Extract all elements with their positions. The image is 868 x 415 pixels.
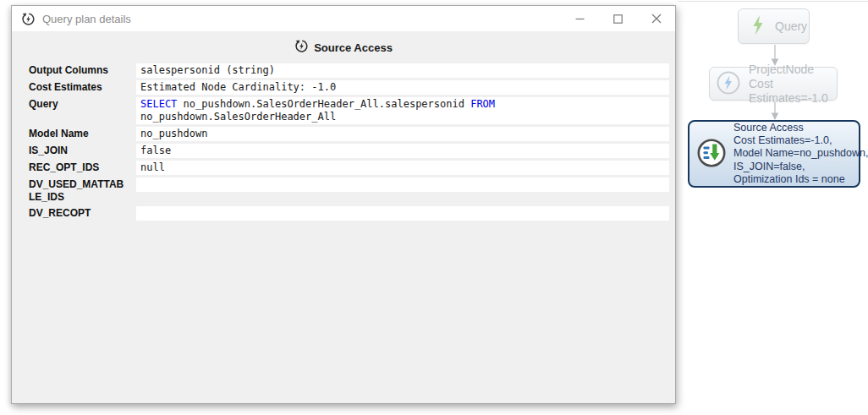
node-subtitle: Cost Estimates=-1.0: [749, 77, 837, 106]
sql-text: no_pushdown.SalesOrderHeader_All.salespe…: [184, 98, 464, 110]
query-plan-details-dialog: Query plan details: [11, 5, 676, 404]
property-label: Model Name: [18, 127, 136, 140]
sql-keyword: FROM: [470, 98, 495, 110]
node-detail: Optimization Ids = none: [733, 173, 868, 186]
property-value: false: [136, 144, 669, 158]
connector-arrow: [770, 101, 780, 121]
maximize-icon: [613, 14, 623, 24]
source-access-header: Source Access: [12, 38, 675, 57]
minimize-button[interactable]: [561, 6, 599, 31]
property-value: null: [136, 161, 669, 175]
close-button[interactable]: [637, 6, 675, 31]
diagram-node-query[interactable]: Query: [738, 8, 810, 44]
property-table: Output Columns salespersonid (string) Co…: [18, 63, 669, 221]
lightning-bolt-blue-circle-icon: [716, 70, 741, 98]
diagram-node-source-access[interactable]: Source Access Cost Estimates=-1.0, Model…: [688, 120, 860, 188]
property-label: DV_RECOPT: [18, 206, 136, 220]
property-value: [136, 177, 669, 192]
property-label: Output Columns: [18, 63, 136, 77]
close-icon: [651, 14, 662, 24]
property-row: Query SELECT no_pushdown.SalesOrderHeade…: [18, 97, 669, 124]
node-detail: Cost Estimates=-1.0,: [733, 134, 868, 147]
property-value: no_pushdown: [136, 127, 669, 141]
property-label: REC_OPT_IDS: [18, 161, 136, 174]
property-label: IS_JOIN: [18, 144, 136, 157]
query-plan-icon: [294, 39, 309, 57]
property-row: DV_USED_MATTABLE_IDS: [18, 177, 669, 204]
minimize-icon: [575, 14, 585, 24]
sql-text: no_pushdown.SalesOrderHeader_All: [140, 111, 665, 123]
diagram-node-projectnode[interactable]: ProjectNode Cost Estimates=-1.0: [709, 67, 838, 101]
property-label: DV_USED_MATTABLE_IDS: [18, 177, 136, 204]
property-row: IS_JOIN false: [18, 144, 669, 158]
property-row: DV_RECOPT: [18, 206, 669, 221]
property-value-sql: SELECT no_pushdown.SalesOrderHeader_All.…: [136, 97, 669, 124]
property-value: [136, 206, 669, 221]
panel-top-border: [678, 1, 868, 2]
header-title: Source Access: [314, 41, 393, 54]
property-row: Model Name no_pushdown: [18, 127, 669, 141]
node-title: ProjectNode: [749, 63, 837, 77]
maximize-button[interactable]: [599, 6, 637, 31]
lightning-bolt-green-icon: [749, 14, 767, 40]
table-download-circle-icon: [695, 137, 728, 172]
property-value: Estimated Node Cardinality: -1.0: [136, 80, 669, 95]
property-label: Query: [18, 97, 136, 111]
query-plan-icon: [21, 12, 36, 26]
node-title: Source Access: [733, 122, 868, 134]
property-label: Cost Estimates: [18, 80, 136, 94]
node-detail: Model Name=no_pushdown,: [733, 147, 868, 160]
titlebar[interactable]: Query plan details: [12, 6, 675, 31]
property-row: Output Columns salespersonid (string): [18, 63, 669, 78]
property-row: Cost Estimates Estimated Node Cardinalit…: [18, 80, 669, 95]
window-title: Query plan details: [42, 13, 561, 25]
property-row: REC_OPT_IDS null: [18, 161, 669, 175]
dialog-content: Source Access Output Columns salesperson…: [12, 31, 675, 221]
sql-keyword: SELECT: [140, 98, 177, 110]
node-label: Query: [775, 19, 807, 33]
property-value: salespersonid (string): [136, 63, 669, 78]
node-detail: IS_JOIN=false,: [733, 161, 868, 173]
